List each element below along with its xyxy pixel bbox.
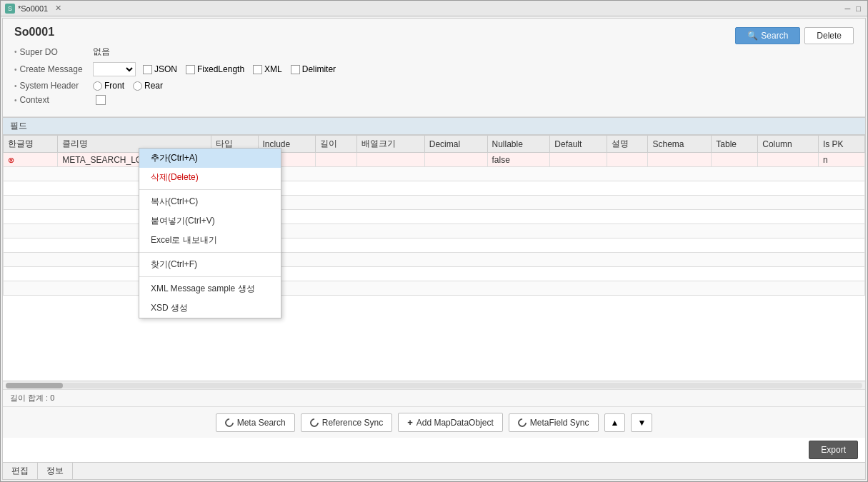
table-row[interactable] bbox=[4, 281, 865, 296]
context-row: Context bbox=[14, 95, 854, 105]
search-button[interactable]: 🔍 Search bbox=[735, 27, 800, 44]
cell-korean: ⊗ bbox=[4, 153, 58, 167]
cell-decimal bbox=[424, 153, 487, 167]
reference-sync-icon bbox=[308, 416, 320, 428]
minimize-button[interactable]: ─ bbox=[843, 4, 853, 13]
table-row[interactable] bbox=[4, 253, 865, 267]
col-korean: 한글명 bbox=[4, 136, 58, 153]
menu-separator-3 bbox=[139, 276, 281, 277]
meta-field-sync-icon bbox=[516, 416, 528, 428]
scrollbar-thumb[interactable] bbox=[6, 383, 63, 388]
create-message-select[interactable] bbox=[93, 62, 136, 76]
col-table: Table bbox=[712, 136, 758, 153]
cell-length bbox=[316, 153, 357, 167]
meta-search-button[interactable]: Meta Search bbox=[216, 413, 295, 432]
plus-icon: + bbox=[407, 417, 413, 428]
maximize-button[interactable]: □ bbox=[854, 4, 863, 13]
format-checkboxes: JSON FixedLength XML Delimiter bbox=[143, 64, 336, 74]
window-controls: ─ □ bbox=[843, 4, 863, 13]
title-bar: S *So0001 ✕ ─ □ bbox=[1, 1, 867, 16]
menu-item-export-excel[interactable]: Excel로 내보내기 bbox=[139, 231, 281, 250]
tab-edit[interactable]: 편집 bbox=[3, 463, 38, 479]
meta-field-sync-button[interactable]: MetaField Sync bbox=[509, 413, 599, 432]
front-radio[interactable]: Front bbox=[93, 81, 124, 91]
col-desc: 설명 bbox=[607, 136, 648, 153]
app-title: So0001 bbox=[14, 26, 54, 39]
menu-item-delete[interactable]: 삭제(Delete) bbox=[139, 168, 281, 187]
col-nullable: Nullable bbox=[487, 136, 550, 153]
col-column: Column bbox=[758, 136, 819, 153]
json-checkbox[interactable]: JSON bbox=[143, 64, 177, 74]
header-buttons: 🔍 Search Delete bbox=[735, 27, 854, 44]
table-row[interactable] bbox=[4, 181, 865, 196]
table-row[interactable] bbox=[4, 196, 865, 210]
main-window: S *So0001 ✕ ─ □ So0001 🔍 Search Delete bbox=[0, 0, 868, 482]
xml-checkbox[interactable]: XML bbox=[253, 64, 282, 74]
cell-table bbox=[712, 153, 758, 167]
fixed-length-checkbox[interactable]: FixedLength bbox=[186, 64, 244, 74]
add-map-data-object-button[interactable]: + Add MapDataObject bbox=[398, 413, 503, 432]
tab-info[interactable]: 정보 bbox=[38, 463, 73, 479]
horizontal-scrollbar[interactable] bbox=[3, 381, 865, 389]
menu-separator-2 bbox=[139, 252, 281, 253]
move-up-button[interactable]: ▲ bbox=[604, 413, 626, 432]
move-down-button[interactable]: ▼ bbox=[631, 413, 652, 432]
scrollbar-track bbox=[6, 383, 862, 388]
menu-item-xsd-gen[interactable]: XSD 생성 bbox=[139, 298, 281, 318]
cell-is-pk: n bbox=[818, 153, 864, 167]
table-row[interactable] bbox=[4, 239, 865, 253]
export-row: Export bbox=[3, 438, 865, 462]
tab-label: *So0001 bbox=[18, 4, 48, 13]
super-do-form-row: Super DO 없음 bbox=[14, 46, 854, 58]
super-do-label: Super DO bbox=[14, 47, 93, 57]
super-do-row: So0001 🔍 Search Delete bbox=[14, 26, 854, 46]
cell-nullable: false bbox=[487, 153, 550, 167]
cell-desc bbox=[607, 153, 648, 167]
length-total: 길이 합계 : 0 bbox=[3, 389, 865, 406]
system-header-row: System Header Front Rear bbox=[14, 81, 854, 91]
table-container: 한글명 클리명 타입 Include 길이 배열크기 Decimal Nulla… bbox=[3, 135, 865, 381]
cell-default bbox=[550, 153, 607, 167]
table-row[interactable] bbox=[4, 210, 865, 224]
super-do-value: 없음 bbox=[93, 46, 110, 58]
fields-section-header: 필드 bbox=[3, 117, 865, 135]
menu-item-copy[interactable]: 복사(Ctrl+C) bbox=[139, 192, 281, 211]
menu-item-add[interactable]: 추가(Ctrl+A) bbox=[139, 149, 281, 168]
context-checkbox[interactable] bbox=[96, 95, 106, 105]
search-icon: 🔍 bbox=[747, 31, 758, 41]
system-header-options: Front Rear bbox=[93, 81, 163, 91]
error-icon: ⊗ bbox=[8, 156, 14, 164]
table-row[interactable]: ⊗ META_SEARCH_LOGI string false bbox=[4, 153, 865, 167]
context-label: Context bbox=[14, 95, 93, 105]
system-header-label: System Header bbox=[14, 81, 93, 91]
table-row[interactable] bbox=[4, 267, 865, 281]
rear-radio[interactable]: Rear bbox=[133, 81, 163, 91]
top-panel: So0001 🔍 Search Delete Super DO 없음 Creat… bbox=[3, 19, 865, 117]
bottom-buttons: Meta Search Reference Sync + Add MapData… bbox=[3, 406, 865, 438]
cell-column bbox=[758, 153, 819, 167]
app-icon: S bbox=[5, 4, 15, 14]
table-row[interactable] bbox=[4, 224, 865, 239]
create-message-label: Create Message bbox=[14, 64, 93, 74]
col-default: Default bbox=[550, 136, 607, 153]
col-is-pk: Is PK bbox=[818, 136, 864, 153]
table-header-row: 한글명 클리명 타입 Include 길이 배열크기 Decimal Nulla… bbox=[4, 136, 865, 153]
table-row[interactable] bbox=[4, 167, 865, 181]
export-button[interactable]: Export bbox=[809, 441, 858, 459]
tab-close-button[interactable]: ✕ bbox=[54, 4, 62, 13]
cell-array-size bbox=[356, 153, 424, 167]
delete-button[interactable]: Delete bbox=[804, 27, 854, 44]
tab-bar: 편집 정보 bbox=[3, 462, 865, 479]
create-message-row: Create Message JSON FixedLength bbox=[14, 62, 854, 76]
col-schema: Schema bbox=[648, 136, 712, 153]
super-do-left: So0001 bbox=[14, 26, 54, 46]
menu-item-find[interactable]: 찾기(Ctrl+F) bbox=[139, 255, 281, 274]
menu-item-paste[interactable]: 붙여넣기(Ctrl+V) bbox=[139, 211, 281, 231]
meta-search-icon bbox=[223, 416, 235, 428]
cell-schema bbox=[648, 153, 712, 167]
menu-item-xml-sample[interactable]: XML Message sample 생성 bbox=[139, 279, 281, 298]
col-length: 길이 bbox=[316, 136, 357, 153]
reference-sync-button[interactable]: Reference Sync bbox=[301, 413, 392, 432]
delimiter-checkbox[interactable]: Delimiter bbox=[291, 64, 336, 74]
context-menu: 추가(Ctrl+A) 삭제(Delete) 복사(Ctrl+C) 붙여넣기(Ct… bbox=[139, 148, 281, 318]
